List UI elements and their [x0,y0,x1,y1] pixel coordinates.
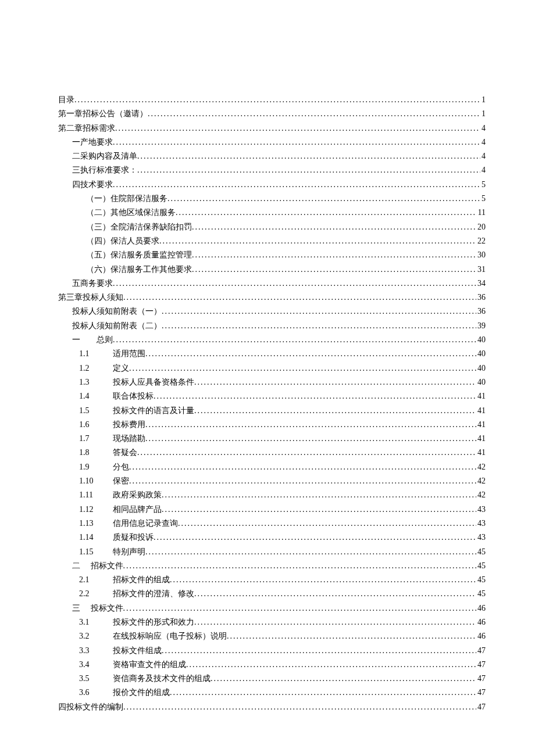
toc-entry[interactable]: （六）保洁服务工作其他要求31 [58,263,486,277]
toc-entry[interactable]: 1.10保密42 [58,474,486,488]
toc-entry[interactable]: 1.6投标费用41 [58,418,486,432]
toc-entry-label: 现场踏勘 [113,432,145,446]
toc-entry-page: 34 [476,277,486,291]
toc-leader-dots [194,375,476,389]
toc-leader-dots [113,333,476,347]
toc-entry[interactable]: 1.1适用范围40 [58,347,486,361]
toc-leader-dots [145,432,476,446]
toc-entry-label: 四技术要求 [72,178,113,192]
toc-entry[interactable]: 第一章招标公告（邀请）1 [58,107,486,121]
toc-entry[interactable]: 1.14质疑和投诉43 [58,531,486,544]
toc-entry[interactable]: 1.4联合体投标41 [58,389,486,403]
toc-entry-label: 一 总则 [72,333,113,347]
toc-entry[interactable]: 三 投标文件46 [58,601,486,615]
toc-entry[interactable]: 五商务要求34 [58,277,486,291]
toc-entry-number: 1.10 [79,474,113,488]
toc-leader-dots [137,149,480,163]
toc-entry-page: 45 [476,587,486,601]
toc-entry-label: 三执行标准要求： [72,163,137,177]
toc-entry[interactable]: （一）住院部保洁服务5 [58,192,486,206]
toc-entry[interactable]: 1.2定义40 [58,361,486,375]
toc-entry[interactable]: 1.15特别声明45 [58,545,486,559]
toc-entry-page: 41 [476,446,486,460]
toc-entry[interactable]: 2.2招标文件的澄清、修改45 [58,587,486,601]
toc-entry-page: 42 [476,460,486,474]
toc-entry-label: 目录 [58,93,74,107]
toc-entry[interactable]: 3.3投标文件组成47 [58,644,486,658]
toc-entry[interactable]: 3.2在线投标响应（电子投标）说明46 [58,629,486,643]
toc-entry-page: 40 [476,361,486,375]
toc-entry[interactable]: 3.5资信商务及技术文件的组成47 [58,672,486,686]
toc-entry[interactable]: 1.13信用信息记录查询43 [58,517,486,531]
toc-entry[interactable]: 四投标文件的编制 47 [58,700,486,714]
toc-entry[interactable]: 1.9分包42 [58,460,486,474]
toc-entry[interactable]: 投标人须知前附表（二）39 [58,319,486,333]
toc-entry-page: 47 [476,672,486,686]
toc-entry[interactable]: 目录1 [58,93,486,107]
toc-entry[interactable]: （二）其他区域保洁服务11 [58,206,486,220]
toc-entry[interactable]: （五）保洁服务质量监控管理30 [58,248,486,262]
toc-entry-page: 11 [477,206,486,220]
toc-entry[interactable]: （四）保洁人员要求22 [58,234,486,248]
toc-entry-page: 46 [476,629,486,643]
toc-leader-dots [113,178,480,192]
toc-entry-page: 4 [480,135,486,149]
toc-entry[interactable]: 一产地要求4 [58,135,486,149]
toc-leader-dots [227,629,476,643]
toc-entry-page: 5 [480,192,486,206]
toc-entry[interactable]: 二采购内容及清单4 [58,149,486,163]
toc-entry[interactable]: 1.3投标人应具备资格条件40 [58,375,486,389]
toc-entry[interactable]: 1.11政府采购政策42 [58,488,486,502]
toc-entry-label: （四）保洁人员要求 [86,234,159,248]
toc-leader-dots [154,531,476,544]
toc-entry[interactable]: 3.1投标文件的形式和效力46 [58,615,486,629]
toc-leader-dots [123,601,477,615]
toc-leader-dots [192,220,476,234]
toc-entry-label: （一）住院部保洁服务 [86,192,167,206]
toc-leader-dots [129,460,476,474]
toc-entry-number: 2.1 [79,573,113,587]
toc-entry-label: 第三章投标人须知 [58,291,123,304]
toc-entry[interactable]: 2.1招标文件的组成45 [58,573,486,587]
toc-entry-label: （三）全院清洁保养缺陷扣罚 [86,220,192,234]
toc-leader-dots [167,192,480,206]
toc-leader-dots [178,517,476,531]
toc-entry[interactable]: 投标人须知前附表（一）36 [58,304,486,318]
toc-entry-label: 投标文件的语言及计量 [113,404,194,418]
toc-leader-dots [74,93,480,107]
toc-entry[interactable]: 第三章投标人须知36 [58,291,486,304]
toc-entry[interactable]: 1.7现场踏勘41 [58,432,486,446]
toc-entry-page: 42 [476,474,486,488]
toc-entry[interactable]: 四技术要求5 [58,178,486,192]
toc-entry[interactable]: 1.12相同品牌产品43 [58,503,486,517]
toc-entry-label: 适用范围 [113,347,145,361]
toc-leader-dots [194,404,476,418]
toc-entry[interactable]: 3.4资格审查文件的组成47 [58,658,486,672]
toc-entry-page: 47 [476,700,486,714]
toc-entry[interactable]: 3.6报价文件的组成47 [58,686,486,700]
toc-entry[interactable]: 二 招标文件45 [58,559,486,573]
toc-entry-label: 第二章招标需求 [58,121,115,135]
toc-entry[interactable]: 一 总则40 [58,333,486,347]
toc-entry[interactable]: 三执行标准要求：4 [58,163,486,177]
toc-entry-page: 47 [476,686,486,700]
toc-entry[interactable]: （三）全院清洁保养缺陷扣罚20 [58,220,486,234]
toc-leader-dots [162,503,476,517]
toc-entry[interactable]: 1.5投标文件的语言及计量41 [58,404,486,418]
toc-entry-page: 45 [476,573,486,587]
toc-leader-dots [162,319,476,333]
toc-entry-label: 投标费用 [113,418,145,432]
toc-entry-number: 2.2 [79,587,113,601]
toc-leader-dots [194,615,476,629]
toc-entry[interactable]: 1.8答疑会41 [58,446,486,460]
toc-entry-label: 二 招标文件 [72,559,123,573]
toc-entry-page: 43 [476,531,486,544]
toc-entry-label: 投标人应具备资格条件 [113,375,194,389]
toc-leader-dots [115,121,480,135]
toc-leader-dots [123,559,477,573]
toc-entry-page: 46 [476,601,486,615]
toc-entry[interactable]: 第二章招标需求4 [58,121,486,135]
toc-entry-page: 41 [476,418,486,432]
toc-entry-page: 4 [480,149,486,163]
toc-leader-dots [162,304,476,318]
